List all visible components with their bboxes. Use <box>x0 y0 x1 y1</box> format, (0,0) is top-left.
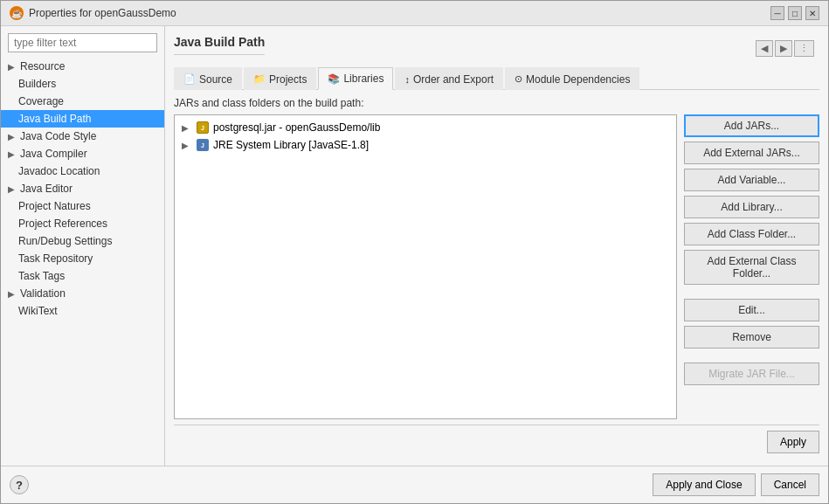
sidebar-item-java-compiler[interactable]: ▶Java Compiler <box>1 145 164 162</box>
sidebar-item-resource[interactable]: ▶Resource <box>1 58 164 75</box>
title-bar: ☕ Properties for openGaussDemo ─ □ ✕ <box>1 1 828 26</box>
expand-arrow-icon: ▶ <box>8 184 15 194</box>
projects-tab-icon: 📁 <box>253 73 266 85</box>
content-area: ▶Jpostgresql.jar - openGaussDemo/lib▶JJR… <box>174 114 819 419</box>
sidebar-item-java-code-style[interactable]: ▶Java Code Style <box>1 128 164 145</box>
action-buttons: Add JARs... Add External JARs... Add Var… <box>684 114 819 419</box>
apply-close-button[interactable]: Apply and Close <box>653 473 755 496</box>
add-library-button[interactable]: Add Library... <box>684 196 819 218</box>
help-button[interactable]: ? <box>10 475 29 494</box>
window-controls: ─ □ ✕ <box>770 6 819 20</box>
sidebar-item-validation[interactable]: ▶Validation <box>1 285 164 302</box>
build-path-description: JARs and class folders on the build path… <box>174 97 819 109</box>
maximize-button[interactable]: □ <box>788 6 802 20</box>
sidebar-item-project-references[interactable]: Project References <box>1 215 164 232</box>
expand-arrow-icon: ▶ <box>8 132 15 142</box>
sidebar-item-label: Java Editor <box>20 183 73 195</box>
tab-module-dependencies[interactable]: ⊙Module Dependencies <box>505 67 639 90</box>
source-tab-icon: 📄 <box>183 73 196 85</box>
dialog-title: Properties for openGaussDemo <box>29 7 765 19</box>
tab-label: Libraries <box>343 72 383 85</box>
sidebar-item-javadoc-location[interactable]: Javadoc Location <box>1 162 164 180</box>
panel-title: Java Build Path <box>174 35 265 55</box>
add-jars-button[interactable]: Add JARs... <box>684 114 819 137</box>
tree-panel[interactable]: ▶Jpostgresql.jar - openGaussDemo/lib▶JJR… <box>174 114 677 419</box>
sidebar-item-label: Java Code Style <box>20 130 96 142</box>
tab-label: Module Dependencies <box>526 73 630 86</box>
tree-expand-icon: ▶ <box>182 123 192 133</box>
remove-button[interactable]: Remove <box>684 326 819 349</box>
sidebar-item-label: Task Repository <box>18 252 93 265</box>
sidebar-item-label: Task Tags <box>18 270 65 282</box>
tab-order-export[interactable]: ↕Order and Export <box>395 67 503 90</box>
tab-source[interactable]: 📄Source <box>174 67 242 90</box>
sidebar-item-label: Run/Debug Settings <box>18 235 112 247</box>
footer-buttons: ? Apply and Close Cancel <box>1 466 828 503</box>
tree-item-label: JRE System Library [JavaSE-1.8] <box>213 139 369 151</box>
tree-item-label: postgresql.jar - openGaussDemo/lib <box>213 121 380 134</box>
sidebar: ▶ResourceBuildersCoverageJava Build Path… <box>1 26 165 466</box>
sidebar-item-task-tags[interactable]: Task Tags <box>1 267 164 285</box>
add-class-folder-button[interactable]: Add Class Folder... <box>684 223 819 245</box>
main-content: ▶ResourceBuildersCoverageJava Build Path… <box>1 26 828 466</box>
sidebar-item-label: Validation <box>20 287 66 300</box>
sidebar-item-label: Resource <box>20 60 65 72</box>
sidebar-item-label: Builders <box>18 78 56 90</box>
tree-expand-icon: ▶ <box>182 141 192 150</box>
jar-file-icon: J <box>196 121 210 135</box>
sidebar-item-label: Java Build Path <box>18 113 91 125</box>
apply-button[interactable]: Apply <box>767 431 819 453</box>
dialog-icon: ☕ <box>10 6 24 20</box>
add-variable-button[interactable]: Add Variable... <box>684 169 819 191</box>
cancel-button[interactable]: Cancel <box>761 473 819 496</box>
sidebar-item-label: Project References <box>18 217 107 230</box>
edit-button[interactable]: Edit... <box>684 299 819 321</box>
sidebar-item-label: Javadoc Location <box>18 165 100 177</box>
sidebar-item-java-build-path[interactable]: Java Build Path <box>1 110 164 128</box>
tab-libraries[interactable]: 📚Libraries <box>318 67 393 90</box>
sidebar-item-java-editor[interactable]: ▶Java Editor <box>1 180 164 197</box>
order-export-tab-icon: ↕ <box>404 74 410 85</box>
close-button[interactable]: ✕ <box>805 6 819 20</box>
sidebar-item-label: Project Natures <box>18 200 91 212</box>
module-dependencies-tab-icon: ⊙ <box>515 73 522 85</box>
minimize-button[interactable]: ─ <box>770 6 784 20</box>
migrate-jar-button[interactable]: Migrate JAR File... <box>684 362 819 385</box>
tree-item-postgresql-jar[interactable]: ▶Jpostgresql.jar - openGaussDemo/lib <box>175 119 676 136</box>
tab-label: Projects <box>269 73 307 86</box>
tab-projects[interactable]: 📁Projects <box>244 67 316 90</box>
sidebar-item-builders[interactable]: Builders <box>1 75 164 93</box>
properties-dialog: ☕ Properties for openGaussDemo ─ □ ✕ ▶Re… <box>0 0 829 504</box>
nav-arrows: ◀ ▶ ⋮ <box>756 40 814 57</box>
tabs-bar: 📄Source📁Projects📚Libraries↕Order and Exp… <box>174 67 819 90</box>
sidebar-item-project-natures[interactable]: Project Natures <box>1 197 164 215</box>
jre-library-icon: J <box>196 138 210 152</box>
sidebar-item-coverage[interactable]: Coverage <box>1 93 164 110</box>
sidebar-item-run-debug-settings[interactable]: Run/Debug Settings <box>1 232 164 250</box>
tab-label: Source <box>199 73 232 86</box>
tab-label: Order and Export <box>413 73 494 86</box>
right-panel: Java Build Path ◀ ▶ ⋮ 📄Source📁Projects📚L… <box>165 26 828 466</box>
footer-left: ? <box>10 475 647 494</box>
nav-forward-button[interactable]: ▶ <box>775 40 792 57</box>
add-external-jars-button[interactable]: Add External JARs... <box>684 142 819 164</box>
nav-overflow-button[interactable]: ⋮ <box>794 40 814 57</box>
tree-container: ▶Jpostgresql.jar - openGaussDemo/lib▶JJR… <box>174 114 677 419</box>
add-external-class-folder-button[interactable]: Add External Class Folder... <box>684 250 819 285</box>
sidebar-item-task-repository[interactable]: Task Repository <box>1 250 164 267</box>
sidebar-item-wikitext[interactable]: WikiText <box>1 302 164 320</box>
sidebar-item-label: Coverage <box>18 95 64 107</box>
libraries-tab-icon: 📚 <box>328 73 340 85</box>
expand-arrow-icon: ▶ <box>8 149 15 159</box>
expand-arrow-icon: ▶ <box>8 289 15 299</box>
sidebar-item-label: Java Compiler <box>20 148 87 160</box>
expand-arrow-icon: ▶ <box>8 62 15 72</box>
nav-back-button[interactable]: ◀ <box>756 40 773 57</box>
sidebar-item-label: WikiText <box>18 305 58 317</box>
tree-item-jre-system[interactable]: ▶JJRE System Library [JavaSE-1.8] <box>175 136 676 154</box>
filter-input[interactable] <box>8 33 157 52</box>
